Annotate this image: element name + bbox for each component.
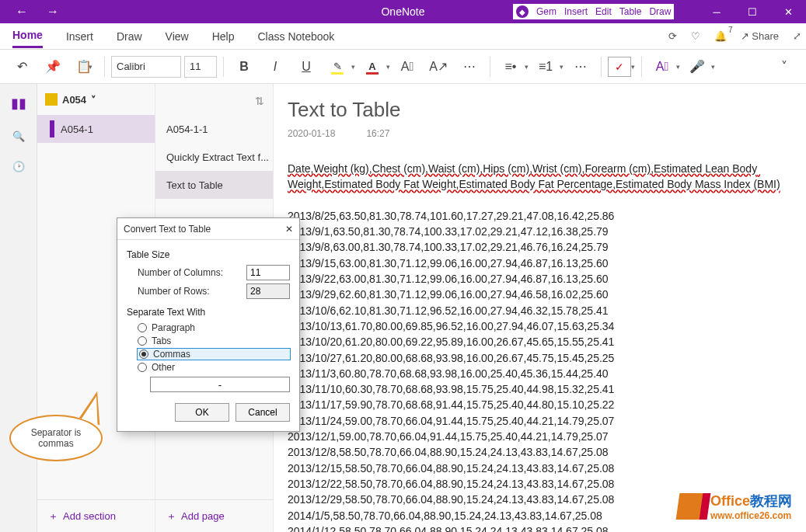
separator-label: Separate Text With	[127, 307, 290, 318]
font-size-select[interactable]: 11	[184, 56, 217, 78]
close-button[interactable]: ✕	[770, 0, 806, 23]
notebooks-icon[interactable]: ▮▮	[11, 95, 26, 112]
dialog-close-icon[interactable]: ✕	[285, 224, 293, 235]
cancel-button[interactable]: Cancel	[236, 403, 290, 422]
tab-view[interactable]: View	[166, 26, 189, 47]
add-page-button[interactable]: ＋ Add page	[155, 499, 273, 532]
radio-tabs[interactable]: Tabs	[138, 336, 290, 346]
styles-button[interactable]: A⃞	[648, 54, 676, 79]
add-section-button[interactable]: ＋ Add section	[37, 499, 155, 532]
columns-input[interactable]	[246, 265, 290, 280]
todo-tag-button[interactable]: ✓	[608, 57, 631, 77]
recent-icon[interactable]: 🕑	[12, 161, 25, 172]
tab-draw[interactable]: Draw	[117, 26, 142, 47]
underline-button[interactable]: U	[292, 54, 320, 79]
annotation-callout: Separator is commas	[9, 415, 103, 461]
watermark-icon	[676, 493, 707, 520]
title-bar: ← → OneNote ◆ Gem Insert Edit Table Draw…	[0, 0, 806, 23]
tab-help[interactable]: Help	[212, 26, 235, 47]
highlight-button[interactable]: ✎	[323, 54, 351, 79]
columns-label: Number of Columns:	[138, 267, 223, 278]
tab-class-notebook[interactable]: Class Notebook	[257, 26, 334, 47]
notebook-icon	[45, 93, 58, 106]
tab-insert[interactable]: Insert	[66, 26, 93, 47]
addin-insert[interactable]: Insert	[564, 6, 588, 17]
radio-other[interactable]: Other	[138, 362, 290, 373]
page-body[interactable]: Date,Weight (kg),Chest (cm),Waist (cm),H…	[288, 161, 806, 532]
addin-draw[interactable]: Draw	[649, 6, 671, 17]
more-button[interactable]: ⋯	[455, 54, 483, 79]
bulb-icon[interactable]: ♡	[691, 30, 700, 42]
other-separator-input[interactable]	[150, 377, 290, 392]
bold-button[interactable]: B	[230, 54, 258, 79]
watermark: Office教程网 www.office26.com	[678, 492, 792, 521]
dialog-title: Convert Text to Table	[124, 224, 211, 235]
italic-button[interactable]: I	[261, 54, 289, 79]
page-canvas[interactable]: Text to Table 2020-01-18 16:27 Date,Weig…	[274, 84, 806, 532]
left-rail: ▮▮ 🔍 🕑	[0, 84, 37, 532]
sync-icon[interactable]: ⟳	[668, 30, 677, 42]
app-title: OneNote	[381, 5, 424, 18]
clear-format-button[interactable]: A⃠	[393, 54, 421, 79]
ribbon-toolbar: ↶ 📌 📋▾ Calibri 11 B I U ✎▾ A▾ A⃠ A↗ ⋯ ≡•…	[0, 50, 806, 84]
font-color-button[interactable]: A	[358, 54, 386, 79]
maximize-button[interactable]: ☐	[734, 0, 770, 23]
page-item[interactable]: A054-1-1	[155, 115, 273, 143]
page-item-selected[interactable]: Text to Table	[155, 171, 273, 199]
clipboard-button[interactable]: 📋▾	[70, 54, 98, 79]
page-time: 16:27	[366, 128, 389, 139]
ribbon-tabs: Home Insert Draw View Help Class Noteboo…	[0, 23, 806, 50]
pin-button[interactable]: 📌	[39, 54, 67, 79]
addin-gem[interactable]: Gem	[536, 6, 557, 17]
table-size-label: Table Size	[127, 249, 290, 260]
section-color-icon	[50, 120, 54, 137]
paragraph-more-button[interactable]: ⋯	[567, 54, 595, 79]
format-painter-button[interactable]: A↗	[424, 54, 452, 79]
tab-home[interactable]: Home	[12, 24, 43, 48]
search-icon[interactable]: 🔍	[12, 130, 25, 142]
page-title[interactable]: Text to Table	[288, 98, 806, 122]
section-item[interactable]: A054-1	[37, 115, 155, 143]
back-icon[interactable]: ←	[16, 5, 28, 19]
forward-icon[interactable]: →	[47, 5, 59, 19]
undo-button[interactable]: ↶	[8, 54, 36, 79]
section-label: A054-1	[61, 123, 93, 135]
notebook-header[interactable]: A054 ˅	[37, 84, 155, 115]
collapse-ribbon-button[interactable]: ˅	[770, 54, 798, 79]
addin-edit[interactable]: Edit	[595, 6, 612, 17]
radio-commas[interactable]: Commas	[138, 349, 290, 360]
bullets-button[interactable]: ≡•	[497, 54, 525, 79]
rows-input	[246, 283, 290, 299]
dictate-button[interactable]: 🎤	[683, 54, 711, 79]
rows-label: Number of Rows:	[138, 286, 210, 297]
sort-icon[interactable]: ⇅	[255, 95, 264, 107]
font-name-select[interactable]: Calibri	[111, 56, 181, 78]
ok-button[interactable]: OK	[175, 403, 229, 422]
radio-paragraph[interactable]: Paragraph	[138, 322, 290, 333]
numbering-button[interactable]: ≡1	[532, 54, 560, 79]
page-item[interactable]: Quickly Extract Text f...	[155, 143, 273, 171]
minimize-button[interactable]: ─	[699, 0, 734, 23]
addin-toolbar: ◆ Gem Insert Edit Table Draw	[513, 4, 674, 19]
fullscreen-icon[interactable]: ⤢	[793, 30, 801, 42]
gem-icon[interactable]: ◆	[516, 5, 529, 18]
bell-icon[interactable]: 🔔	[714, 30, 727, 42]
addin-table[interactable]: Table	[619, 6, 642, 17]
chevron-down-icon: ˅	[91, 94, 96, 106]
convert-text-to-table-dialog: Convert Text to Table ✕ Table Size Numbe…	[117, 217, 300, 432]
notebook-name: A054	[62, 94, 86, 106]
share-button[interactable]: ↗ Share	[741, 30, 779, 42]
page-date: 2020-01-18	[288, 128, 335, 139]
